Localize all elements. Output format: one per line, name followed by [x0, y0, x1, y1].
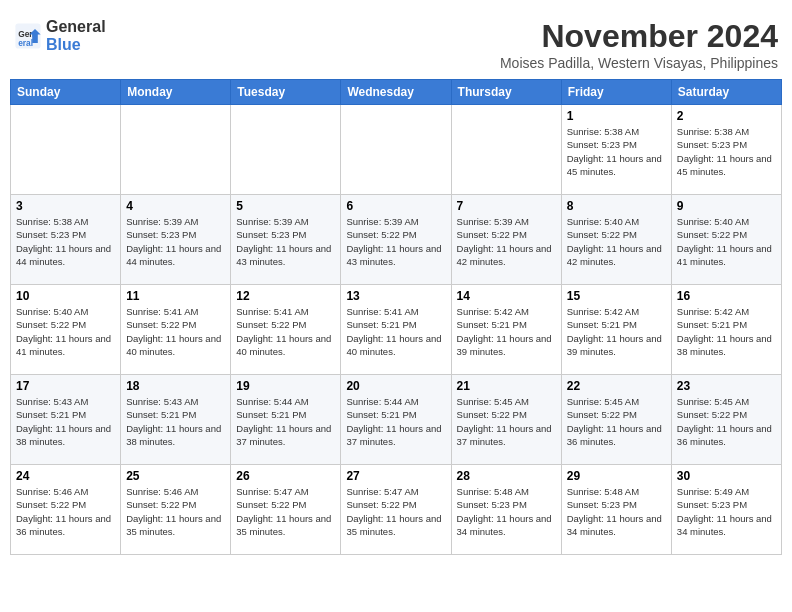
day-info: Sunrise: 5:47 AM Sunset: 5:22 PM Dayligh… [236, 485, 335, 538]
calendar-cell: 17Sunrise: 5:43 AM Sunset: 5:21 PM Dayli… [11, 375, 121, 465]
svg-text:eral: eral [18, 38, 33, 48]
day-info: Sunrise: 5:42 AM Sunset: 5:21 PM Dayligh… [457, 305, 556, 358]
calendar-cell: 11Sunrise: 5:41 AM Sunset: 5:22 PM Dayli… [121, 285, 231, 375]
day-number: 20 [346, 379, 445, 393]
day-of-week-header: Sunday [11, 80, 121, 105]
day-of-week-header: Friday [561, 80, 671, 105]
day-info: Sunrise: 5:43 AM Sunset: 5:21 PM Dayligh… [126, 395, 225, 448]
day-info: Sunrise: 5:48 AM Sunset: 5:23 PM Dayligh… [567, 485, 666, 538]
calendar-cell: 23Sunrise: 5:45 AM Sunset: 5:22 PM Dayli… [671, 375, 781, 465]
day-info: Sunrise: 5:44 AM Sunset: 5:21 PM Dayligh… [236, 395, 335, 448]
calendar-week-row: 24Sunrise: 5:46 AM Sunset: 5:22 PM Dayli… [11, 465, 782, 555]
calendar-week-row: 3Sunrise: 5:38 AM Sunset: 5:23 PM Daylig… [11, 195, 782, 285]
day-info: Sunrise: 5:39 AM Sunset: 5:23 PM Dayligh… [236, 215, 335, 268]
calendar-cell: 1Sunrise: 5:38 AM Sunset: 5:23 PM Daylig… [561, 105, 671, 195]
day-number: 16 [677, 289, 776, 303]
day-info: Sunrise: 5:42 AM Sunset: 5:21 PM Dayligh… [677, 305, 776, 358]
calendar-cell: 9Sunrise: 5:40 AM Sunset: 5:22 PM Daylig… [671, 195, 781, 285]
calendar-cell: 14Sunrise: 5:42 AM Sunset: 5:21 PM Dayli… [451, 285, 561, 375]
calendar-cell: 26Sunrise: 5:47 AM Sunset: 5:22 PM Dayli… [231, 465, 341, 555]
day-number: 25 [126, 469, 225, 483]
day-of-week-header: Thursday [451, 80, 561, 105]
calendar-cell: 19Sunrise: 5:44 AM Sunset: 5:21 PM Dayli… [231, 375, 341, 465]
day-info: Sunrise: 5:44 AM Sunset: 5:21 PM Dayligh… [346, 395, 445, 448]
calendar-cell: 7Sunrise: 5:39 AM Sunset: 5:22 PM Daylig… [451, 195, 561, 285]
day-info: Sunrise: 5:41 AM Sunset: 5:22 PM Dayligh… [126, 305, 225, 358]
day-number: 22 [567, 379, 666, 393]
day-of-week-header: Monday [121, 80, 231, 105]
day-info: Sunrise: 5:49 AM Sunset: 5:23 PM Dayligh… [677, 485, 776, 538]
day-info: Sunrise: 5:43 AM Sunset: 5:21 PM Dayligh… [16, 395, 115, 448]
calendar-cell: 29Sunrise: 5:48 AM Sunset: 5:23 PM Dayli… [561, 465, 671, 555]
day-info: Sunrise: 5:39 AM Sunset: 5:23 PM Dayligh… [126, 215, 225, 268]
day-number: 5 [236, 199, 335, 213]
calendar-cell: 22Sunrise: 5:45 AM Sunset: 5:22 PM Dayli… [561, 375, 671, 465]
day-number: 29 [567, 469, 666, 483]
calendar-cell: 12Sunrise: 5:41 AM Sunset: 5:22 PM Dayli… [231, 285, 341, 375]
day-number: 13 [346, 289, 445, 303]
month-title: November 2024 [500, 18, 778, 55]
day-info: Sunrise: 5:38 AM Sunset: 5:23 PM Dayligh… [677, 125, 776, 178]
day-of-week-header: Wednesday [341, 80, 451, 105]
logo-text: General Blue [46, 18, 106, 54]
calendar-cell: 2Sunrise: 5:38 AM Sunset: 5:23 PM Daylig… [671, 105, 781, 195]
day-number: 6 [346, 199, 445, 213]
logo-icon: Gen eral [14, 22, 42, 50]
calendar-cell: 28Sunrise: 5:48 AM Sunset: 5:23 PM Dayli… [451, 465, 561, 555]
day-number: 23 [677, 379, 776, 393]
calendar-cell [341, 105, 451, 195]
day-number: 4 [126, 199, 225, 213]
day-of-week-header: Tuesday [231, 80, 341, 105]
day-info: Sunrise: 5:42 AM Sunset: 5:21 PM Dayligh… [567, 305, 666, 358]
day-number: 30 [677, 469, 776, 483]
calendar-week-row: 1Sunrise: 5:38 AM Sunset: 5:23 PM Daylig… [11, 105, 782, 195]
location-title: Moises Padilla, Western Visayas, Philipp… [500, 55, 778, 71]
title-block: November 2024 Moises Padilla, Western Vi… [500, 18, 778, 71]
calendar-cell: 30Sunrise: 5:49 AM Sunset: 5:23 PM Dayli… [671, 465, 781, 555]
calendar-cell [11, 105, 121, 195]
calendar-cell: 3Sunrise: 5:38 AM Sunset: 5:23 PM Daylig… [11, 195, 121, 285]
calendar-cell [451, 105, 561, 195]
day-number: 15 [567, 289, 666, 303]
day-info: Sunrise: 5:46 AM Sunset: 5:22 PM Dayligh… [126, 485, 225, 538]
logo: Gen eral General Blue [14, 18, 106, 54]
day-info: Sunrise: 5:45 AM Sunset: 5:22 PM Dayligh… [677, 395, 776, 448]
day-info: Sunrise: 5:41 AM Sunset: 5:22 PM Dayligh… [236, 305, 335, 358]
page-header: Gen eral General Blue November 2024 Mois… [10, 10, 782, 75]
calendar-cell: 6Sunrise: 5:39 AM Sunset: 5:22 PM Daylig… [341, 195, 451, 285]
day-info: Sunrise: 5:39 AM Sunset: 5:22 PM Dayligh… [346, 215, 445, 268]
calendar-week-row: 10Sunrise: 5:40 AM Sunset: 5:22 PM Dayli… [11, 285, 782, 375]
day-number: 10 [16, 289, 115, 303]
day-info: Sunrise: 5:47 AM Sunset: 5:22 PM Dayligh… [346, 485, 445, 538]
calendar-cell: 13Sunrise: 5:41 AM Sunset: 5:21 PM Dayli… [341, 285, 451, 375]
calendar-table: SundayMondayTuesdayWednesdayThursdayFrid… [10, 79, 782, 555]
day-number: 27 [346, 469, 445, 483]
day-number: 21 [457, 379, 556, 393]
day-of-week-header: Saturday [671, 80, 781, 105]
calendar-cell [231, 105, 341, 195]
day-number: 1 [567, 109, 666, 123]
day-number: 28 [457, 469, 556, 483]
day-number: 19 [236, 379, 335, 393]
day-info: Sunrise: 5:38 AM Sunset: 5:23 PM Dayligh… [567, 125, 666, 178]
day-number: 2 [677, 109, 776, 123]
calendar-cell: 21Sunrise: 5:45 AM Sunset: 5:22 PM Dayli… [451, 375, 561, 465]
day-info: Sunrise: 5:39 AM Sunset: 5:22 PM Dayligh… [457, 215, 556, 268]
day-number: 24 [16, 469, 115, 483]
day-number: 26 [236, 469, 335, 483]
day-info: Sunrise: 5:41 AM Sunset: 5:21 PM Dayligh… [346, 305, 445, 358]
day-info: Sunrise: 5:45 AM Sunset: 5:22 PM Dayligh… [457, 395, 556, 448]
day-info: Sunrise: 5:45 AM Sunset: 5:22 PM Dayligh… [567, 395, 666, 448]
calendar-week-row: 17Sunrise: 5:43 AM Sunset: 5:21 PM Dayli… [11, 375, 782, 465]
day-info: Sunrise: 5:40 AM Sunset: 5:22 PM Dayligh… [677, 215, 776, 268]
day-number: 7 [457, 199, 556, 213]
day-info: Sunrise: 5:48 AM Sunset: 5:23 PM Dayligh… [457, 485, 556, 538]
calendar-cell: 4Sunrise: 5:39 AM Sunset: 5:23 PM Daylig… [121, 195, 231, 285]
day-info: Sunrise: 5:40 AM Sunset: 5:22 PM Dayligh… [567, 215, 666, 268]
calendar-cell: 5Sunrise: 5:39 AM Sunset: 5:23 PM Daylig… [231, 195, 341, 285]
day-info: Sunrise: 5:46 AM Sunset: 5:22 PM Dayligh… [16, 485, 115, 538]
calendar-cell [121, 105, 231, 195]
day-number: 17 [16, 379, 115, 393]
calendar-cell: 16Sunrise: 5:42 AM Sunset: 5:21 PM Dayli… [671, 285, 781, 375]
calendar-cell: 10Sunrise: 5:40 AM Sunset: 5:22 PM Dayli… [11, 285, 121, 375]
